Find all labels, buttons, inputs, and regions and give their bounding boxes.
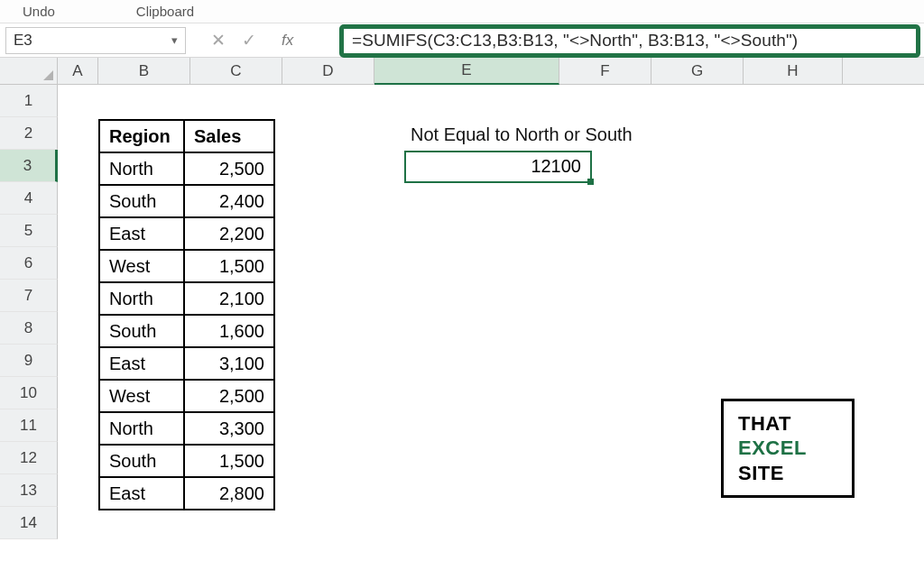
table-row: South1,600: [99, 315, 274, 347]
result-label: Not Equal to North or South: [411, 124, 633, 145]
watermark-line2: EXCEL: [738, 436, 852, 461]
cell-region[interactable]: West: [99, 250, 184, 282]
col-header-b[interactable]: B: [98, 58, 190, 85]
cell-region[interactable]: South: [99, 315, 184, 347]
row-header-4[interactable]: 4: [0, 182, 58, 215]
ribbon-undo-label: Undo: [23, 4, 55, 19]
cell-region[interactable]: East: [99, 347, 184, 380]
table-row: South2,400: [99, 185, 274, 217]
active-cell-e3[interactable]: 12100: [404, 151, 592, 183]
row-header-5[interactable]: 5: [0, 215, 58, 247]
fx-icon[interactable]: fx: [282, 32, 293, 50]
table-row: West2,500: [99, 380, 274, 412]
table-row: East3,100: [99, 347, 274, 380]
row-header-7[interactable]: 7: [0, 280, 58, 312]
cell-region[interactable]: East: [99, 477, 184, 510]
row-header-9[interactable]: 9: [0, 345, 58, 377]
row-header-2[interactable]: 2: [0, 117, 58, 150]
col-header-g[interactable]: G: [651, 58, 744, 85]
row-header-12[interactable]: 12: [0, 442, 58, 474]
cell-sales[interactable]: 1,500: [184, 250, 274, 282]
row-header-11[interactable]: 11: [0, 409, 58, 442]
ribbon-clipboard-label: Clipboard: [136, 4, 194, 19]
cell-region[interactable]: North: [99, 282, 184, 315]
col-header-h[interactable]: H: [744, 58, 843, 85]
row-header-3[interactable]: 3: [0, 150, 58, 182]
select-all-corner[interactable]: [0, 58, 58, 85]
col-header-c[interactable]: C: [190, 58, 282, 85]
cell-sales[interactable]: 3,300: [184, 412, 274, 445]
table-row: East2,800: [99, 477, 274, 510]
row-header-6[interactable]: 6: [0, 247, 58, 280]
formula-bar-row: E3 ▾ ✕ ✓ fx =SUMIFS(C3:C13,B3:B13, "<>No…: [0, 23, 924, 58]
cell-sales[interactable]: 2,100: [184, 282, 274, 315]
col-header-d[interactable]: D: [282, 58, 374, 85]
region-sales-table: Region Sales North2,500South2,400East2,2…: [98, 119, 275, 510]
cell-sales[interactable]: 2,500: [184, 380, 274, 412]
table-row: North2,100: [99, 282, 274, 315]
formula-input[interactable]: =SUMIFS(C3:C13,B3:B13, "<>North", B3:B13…: [352, 31, 798, 51]
cancel-icon[interactable]: ✕: [211, 30, 226, 51]
formula-bar-buttons: ✕ ✓ fx: [211, 30, 293, 51]
spreadsheet-grid[interactable]: ABCDEFGH 1234567891011121314 Region Sale…: [0, 58, 924, 570]
row-header-13[interactable]: 13: [0, 474, 58, 507]
table-row: East2,200: [99, 217, 274, 250]
cell-sales[interactable]: 3,100: [184, 347, 274, 380]
column-headers[interactable]: ABCDEFGH: [58, 58, 924, 85]
row-header-10[interactable]: 10: [0, 377, 58, 409]
header-sales: Sales: [184, 120, 274, 152]
watermark-line1: THAT: [738, 411, 852, 437]
cell-region[interactable]: West: [99, 380, 184, 412]
row-headers[interactable]: 1234567891011121314: [0, 85, 58, 539]
enter-icon[interactable]: ✓: [242, 30, 256, 51]
col-header-f[interactable]: F: [559, 58, 651, 85]
col-header-e[interactable]: E: [374, 58, 559, 85]
cell-sales[interactable]: 2,200: [184, 217, 274, 250]
cell-sales[interactable]: 1,600: [184, 315, 274, 347]
cell-region[interactable]: South: [99, 185, 184, 217]
cell-sales[interactable]: 1,500: [184, 445, 274, 477]
name-box-value: E3: [14, 32, 32, 50]
watermark-line3: SITE: [738, 461, 852, 486]
table-row: North3,300: [99, 412, 274, 445]
table-row: South1,500: [99, 445, 274, 477]
row-header-1[interactable]: 1: [0, 85, 58, 117]
table-row: North2,500: [99, 152, 274, 185]
cells-area[interactable]: Region Sales North2,500South2,400East2,2…: [58, 85, 924, 570]
cell-region[interactable]: North: [99, 152, 184, 185]
col-header-a[interactable]: A: [58, 58, 98, 85]
row-header-8[interactable]: 8: [0, 312, 58, 345]
cell-region[interactable]: South: [99, 445, 184, 477]
chevron-down-icon[interactable]: ▾: [171, 33, 178, 47]
cell-sales[interactable]: 2,500: [184, 152, 274, 185]
cell-sales[interactable]: 2,800: [184, 477, 274, 510]
name-box[interactable]: E3 ▾: [5, 27, 186, 54]
cell-region[interactable]: North: [99, 412, 184, 445]
header-region: Region: [99, 120, 184, 152]
table-row: West1,500: [99, 250, 274, 282]
watermark-logo: THAT EXCEL SITE: [721, 399, 855, 498]
cell-sales[interactable]: 2,400: [184, 185, 274, 217]
ribbon-groups: Undo Clipboard: [0, 0, 924, 23]
row-header-14[interactable]: 14: [0, 507, 58, 539]
cell-region[interactable]: East: [99, 217, 184, 250]
